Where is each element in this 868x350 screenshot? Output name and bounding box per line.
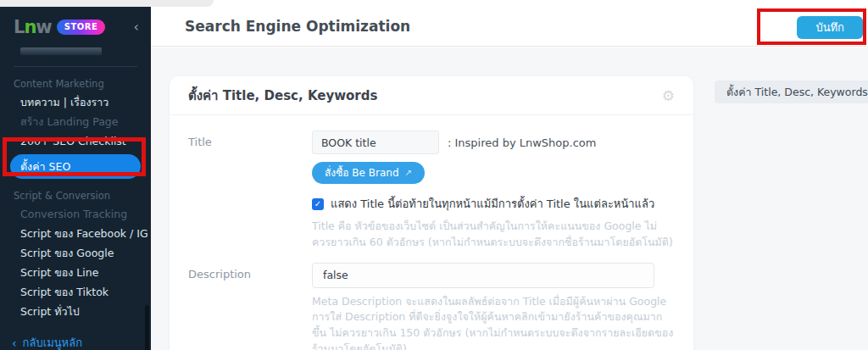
sidebar-item-script-google[interactable]: Script ของ Google [0, 243, 151, 263]
page-title: Search Engine Optimization [185, 7, 410, 47]
description-label: Description [188, 263, 312, 350]
card-body: Title : Inspired by LnwShop.com สั่งซื้อ… [170, 115, 693, 350]
logo-letter-w: w [36, 17, 51, 37]
sidebar-item-script-facebook-ig[interactable]: Script ของ Facebook / IG [0, 224, 151, 243]
sidebar-section-content-marketing: Content Marketing [14, 78, 137, 90]
clipped-menu-item [20, 47, 102, 55]
description-input[interactable] [312, 263, 654, 288]
seo-settings-card: ตั้งค่า Title, Desc, Keywords ⚙ Title : … [170, 76, 693, 350]
sidebar-scrollbar-thumb[interactable] [145, 305, 149, 350]
title-row: Title : Inspired by LnwShop.com สั่งซื้อ… [188, 131, 675, 251]
sidebar-collapse-icon[interactable]: ‹ [134, 20, 139, 34]
sidebar-section-script-conversion: Script & Conversion [14, 190, 137, 202]
title-input[interactable] [312, 131, 439, 154]
app-window: Lnw STORE ‹ Content Marketing บทความ | เ… [0, 0, 868, 350]
anchor-title-desc-keywords[interactable]: ตั้งค่า Title, Desc, Keywords [715, 81, 868, 103]
description-row: Description Meta Description จะแสดงในผลล… [188, 263, 675, 350]
sidebar-item-conversion-tracking[interactable]: Conversion Tracking [0, 204, 151, 224]
gear-icon[interactable]: ⚙ [662, 87, 675, 104]
sidebar-back-link[interactable]: ‹ กลับเมนูหลัก [0, 327, 151, 350]
checkbox-checked-icon[interactable]: ✓ [312, 198, 324, 210]
logo-letter-l: L [14, 17, 24, 37]
sidebar-item-seo-settings[interactable]: ตั้งค่า SEO [10, 154, 141, 179]
browser-top-strip [0, 0, 868, 7]
append-title-checkbox-row[interactable]: ✓ แสดง Title นี้ต่อท้ายในทุกหน้าแม้มีการ… [312, 195, 675, 213]
sidebar-item-articles[interactable]: บทความ | เรื่องราว [0, 92, 151, 112]
store-badge: STORE [57, 19, 106, 35]
save-button[interactable]: บันทึก [797, 16, 863, 39]
browser-top-strip-shade [0, 0, 214, 7]
sidebar-item-script-tiktok[interactable]: Script ของ Tiktok [0, 282, 151, 302]
sidebar-item-landing-page[interactable]: สร้าง Landing Page [0, 112, 151, 131]
page-header: Search Engine Optimization บันทึก [151, 7, 868, 47]
be-brand-button[interactable]: สั่งซื้อ Be Brand ↗ [312, 162, 425, 184]
back-link-label: กลับเมนูหลัก [23, 334, 82, 350]
lnw-logo[interactable]: Lnw [14, 18, 52, 36]
card-header: ตั้งค่า Title, Desc, Keywords ⚙ [170, 76, 693, 115]
title-help-text: Title คือ หัวข้อของเว็บไซต์ เป็นส่วนสำคั… [312, 219, 675, 251]
logo-letter-n: n [24, 17, 36, 37]
sidebar-item-script-general[interactable]: Script ทั่วไป [0, 302, 151, 321]
description-field-area: Meta Description จะแสดงในผลลัพธ์ต่อจาก T… [312, 263, 675, 350]
content-area: ตั้งค่า Title, Desc, Keywords ⚙ Title : … [151, 47, 868, 350]
sidebar-logo-row: Lnw STORE ‹ [0, 7, 151, 40]
title-label: Title [188, 131, 312, 251]
sidebar-divider [14, 66, 137, 67]
sidebar-item-seo-checklist[interactable]: 200+ SEO Checklist [0, 131, 151, 151]
description-help-text: Meta Description จะแสดงในผลลัพธ์ต่อจาก T… [312, 294, 675, 350]
card-title: ตั้งค่า Title, Desc, Keywords [188, 86, 377, 106]
external-link-icon: ↗ [405, 162, 412, 184]
chevron-left-icon: ‹ [12, 336, 17, 350]
sidebar: Lnw STORE ‹ Content Marketing บทความ | เ… [0, 7, 151, 350]
append-title-checkbox-label: แสดง Title นี้ต่อท้ายในทุกหน้าแม้มีการตั… [331, 195, 654, 213]
sidebar-item-script-line[interactable]: Script ของ Line [0, 263, 151, 282]
be-brand-label: สั่งซื้อ Be Brand [325, 162, 399, 184]
title-suffix-text: : Inspired by LnwShop.com [448, 136, 596, 149]
title-field-area: : Inspired by LnwShop.com สั่งซื้อ Be Br… [312, 131, 675, 251]
